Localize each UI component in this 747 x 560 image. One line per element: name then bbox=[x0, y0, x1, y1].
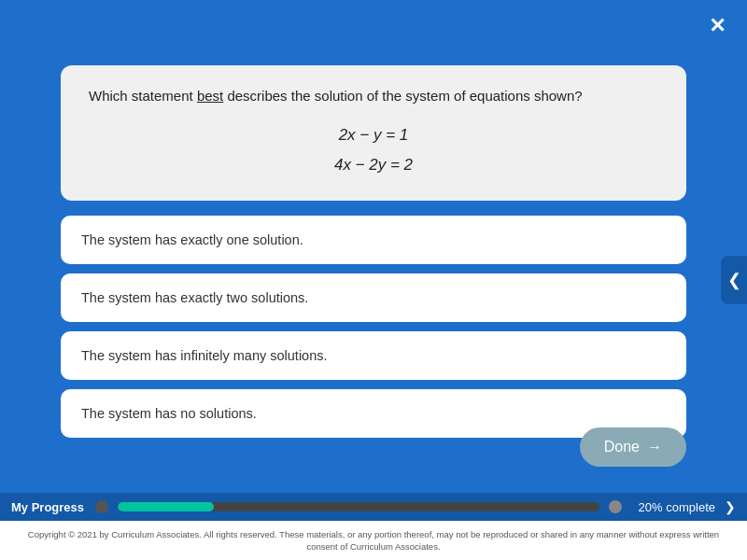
progress-bar-area: My Progress 20% complete ❯ bbox=[0, 493, 747, 521]
done-label: Done bbox=[604, 439, 640, 455]
progress-dot-left bbox=[95, 500, 108, 513]
progress-track bbox=[118, 502, 599, 511]
question-text-underlined: best bbox=[197, 88, 223, 104]
answer-option[interactable]: The system has exactly one solution. bbox=[61, 216, 686, 264]
side-nav-arrow-icon: ❮ bbox=[727, 270, 741, 290]
done-button[interactable]: Done → bbox=[580, 427, 686, 467]
close-icon: ✕ bbox=[709, 14, 726, 38]
option-3-text: The system has infinitely many solutions… bbox=[81, 348, 328, 363]
equation-block: 2x − y = 1 4x − 2y = 2 bbox=[89, 120, 658, 181]
question-text-before: Which statement bbox=[89, 88, 197, 104]
equation-line2: 4x − 2y = 2 bbox=[89, 150, 658, 180]
close-button[interactable]: ✕ bbox=[704, 13, 730, 39]
answer-option[interactable]: The system has exactly two solutions. bbox=[61, 273, 686, 322]
progress-arrow-icon[interactable]: ❯ bbox=[725, 499, 736, 514]
option-4-text: The system has no solutions. bbox=[81, 406, 257, 421]
progress-fill bbox=[118, 502, 214, 511]
done-arrow-icon: → bbox=[647, 439, 662, 455]
copyright-text: Copyright © 2021 by Curriculum Associate… bbox=[19, 528, 728, 553]
main-content: Which statement best describes the solut… bbox=[61, 65, 686, 471]
progress-percent: 20% complete bbox=[631, 500, 715, 514]
copyright-bar: Copyright © 2021 by Curriculum Associate… bbox=[0, 521, 747, 560]
question-card: Which statement best describes the solut… bbox=[61, 65, 686, 201]
equation-line1: 2x − y = 1 bbox=[89, 120, 658, 150]
progress-dot-right bbox=[609, 500, 622, 513]
question-text-after: describes the solution of the system of … bbox=[223, 88, 582, 104]
progress-label: My Progress bbox=[11, 500, 86, 514]
option-2-text: The system has exactly two solutions. bbox=[81, 290, 308, 305]
question-text: Which statement best describes the solut… bbox=[89, 86, 658, 107]
side-nav-button[interactable]: ❮ bbox=[721, 256, 747, 304]
answer-option[interactable]: The system has infinitely many solutions… bbox=[61, 331, 686, 380]
option-1-text: The system has exactly one solution. bbox=[81, 232, 303, 247]
